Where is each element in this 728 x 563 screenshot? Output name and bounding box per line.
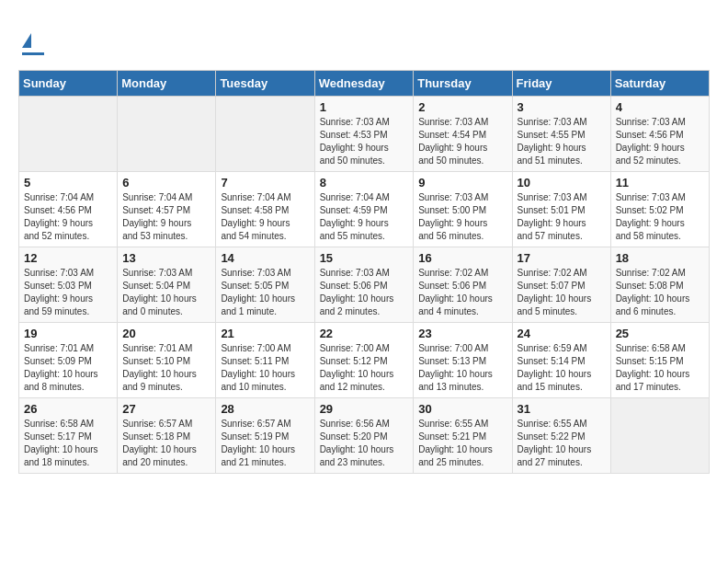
calendar-cell: 4Sunrise: 7:03 AM Sunset: 4:56 PM Daylig… <box>610 97 709 172</box>
calendar-cell: 6Sunrise: 7:04 AM Sunset: 4:57 PM Daylig… <box>118 172 216 247</box>
calendar-cell: 2Sunrise: 7:03 AM Sunset: 4:54 PM Daylig… <box>414 97 512 172</box>
calendar-cell <box>610 398 709 474</box>
day-info: Sunrise: 7:01 AM Sunset: 5:09 PM Dayligh… <box>24 342 112 394</box>
calendar-cell: 27Sunrise: 6:57 AM Sunset: 5:18 PM Dayli… <box>118 398 216 474</box>
day-info: Sunrise: 7:00 AM Sunset: 5:13 PM Dayligh… <box>418 342 506 394</box>
calendar-cell: 25Sunrise: 6:58 AM Sunset: 5:15 PM Dayli… <box>610 323 709 398</box>
day-number: 19 <box>24 327 112 340</box>
calendar-cell: 14Sunrise: 7:03 AM Sunset: 5:05 PM Dayli… <box>216 247 314 323</box>
calendar-cell: 16Sunrise: 7:02 AM Sunset: 5:06 PM Dayli… <box>414 247 512 323</box>
weekday-header-monday: Monday <box>118 71 216 97</box>
day-number: 15 <box>320 251 409 265</box>
day-number: 27 <box>122 402 210 416</box>
day-info: Sunrise: 6:56 AM Sunset: 5:20 PM Dayligh… <box>320 418 409 469</box>
day-number: 24 <box>518 327 606 340</box>
day-info: Sunrise: 7:03 AM Sunset: 5:00 PM Dayligh… <box>418 191 506 243</box>
day-number: 7 <box>221 176 309 190</box>
day-number: 5 <box>24 176 112 190</box>
day-info: Sunrise: 6:58 AM Sunset: 5:17 PM Dayligh… <box>24 418 112 469</box>
calendar-cell: 11Sunrise: 7:03 AM Sunset: 5:02 PM Dayli… <box>610 172 709 247</box>
day-number: 22 <box>320 327 409 340</box>
day-info: Sunrise: 7:03 AM Sunset: 5:01 PM Dayligh… <box>518 191 606 243</box>
calendar-cell: 17Sunrise: 7:02 AM Sunset: 5:07 PM Dayli… <box>512 247 610 323</box>
day-info: Sunrise: 6:58 AM Sunset: 5:15 PM Dayligh… <box>616 342 704 394</box>
day-number: 17 <box>518 251 606 265</box>
day-info: Sunrise: 7:03 AM Sunset: 5:04 PM Dayligh… <box>122 267 210 318</box>
day-info: Sunrise: 7:03 AM Sunset: 4:55 PM Dayligh… <box>518 116 606 167</box>
calendar-cell: 20Sunrise: 7:01 AM Sunset: 5:10 PM Dayli… <box>118 323 216 398</box>
day-info: Sunrise: 7:03 AM Sunset: 5:05 PM Dayligh… <box>221 267 309 318</box>
day-number: 8 <box>320 176 409 190</box>
day-info: Sunrise: 6:57 AM Sunset: 5:18 PM Dayligh… <box>122 418 210 469</box>
day-info: Sunrise: 7:00 AM Sunset: 5:11 PM Dayligh… <box>221 342 309 394</box>
calendar-cell: 13Sunrise: 7:03 AM Sunset: 5:04 PM Dayli… <box>118 247 216 323</box>
day-number: 10 <box>518 176 606 190</box>
day-info: Sunrise: 7:04 AM Sunset: 4:59 PM Dayligh… <box>320 191 409 243</box>
day-number: 26 <box>24 402 112 416</box>
weekday-header-sunday: Sunday <box>19 71 118 97</box>
weekday-header-friday: Friday <box>512 71 610 97</box>
day-number: 1 <box>320 100 409 114</box>
day-number: 28 <box>221 402 309 416</box>
calendar-header-row: SundayMondayTuesdayWednesdayThursdayFrid… <box>19 71 710 97</box>
day-info: Sunrise: 7:02 AM Sunset: 5:06 PM Dayligh… <box>418 267 506 318</box>
day-number: 29 <box>320 402 409 416</box>
day-info: Sunrise: 7:00 AM Sunset: 5:12 PM Dayligh… <box>320 342 409 394</box>
day-number: 21 <box>221 327 309 340</box>
day-number: 2 <box>418 100 506 114</box>
calendar-cell: 29Sunrise: 6:56 AM Sunset: 5:20 PM Dayli… <box>314 398 414 474</box>
calendar-week-row: 19Sunrise: 7:01 AM Sunset: 5:09 PM Dayli… <box>19 323 710 398</box>
day-info: Sunrise: 7:03 AM Sunset: 4:56 PM Dayligh… <box>616 116 704 167</box>
day-info: Sunrise: 7:01 AM Sunset: 5:10 PM Dayligh… <box>122 342 210 394</box>
day-number: 31 <box>518 402 606 416</box>
calendar-week-row: 5Sunrise: 7:04 AM Sunset: 4:56 PM Daylig… <box>19 172 710 247</box>
day-number: 4 <box>616 100 704 114</box>
day-number: 13 <box>122 251 210 265</box>
day-number: 11 <box>616 176 704 190</box>
calendar-cell: 18Sunrise: 7:02 AM Sunset: 5:08 PM Dayli… <box>610 247 709 323</box>
day-info: Sunrise: 6:57 AM Sunset: 5:19 PM Dayligh… <box>221 418 309 469</box>
day-number: 3 <box>518 100 606 114</box>
day-number: 23 <box>418 327 506 340</box>
weekday-header-saturday: Saturday <box>610 71 709 97</box>
calendar-cell: 26Sunrise: 6:58 AM Sunset: 5:17 PM Dayli… <box>19 398 118 474</box>
calendar-cell: 23Sunrise: 7:00 AM Sunset: 5:13 PM Dayli… <box>414 323 512 398</box>
calendar-table: SundayMondayTuesdayWednesdayThursdayFrid… <box>18 70 710 474</box>
day-number: 25 <box>616 327 704 340</box>
calendar-cell <box>118 97 216 172</box>
calendar-cell: 15Sunrise: 7:03 AM Sunset: 5:06 PM Dayli… <box>314 247 414 323</box>
calendar-cell: 22Sunrise: 7:00 AM Sunset: 5:12 PM Dayli… <box>314 323 414 398</box>
day-info: Sunrise: 7:03 AM Sunset: 5:03 PM Dayligh… <box>24 267 112 318</box>
calendar-cell: 10Sunrise: 7:03 AM Sunset: 5:01 PM Dayli… <box>512 172 610 247</box>
day-number: 16 <box>418 251 506 265</box>
calendar-cell: 19Sunrise: 7:01 AM Sunset: 5:09 PM Dayli… <box>19 323 118 398</box>
day-info: Sunrise: 7:03 AM Sunset: 4:53 PM Dayligh… <box>320 116 409 167</box>
calendar-cell: 12Sunrise: 7:03 AM Sunset: 5:03 PM Dayli… <box>19 247 118 323</box>
weekday-header-thursday: Thursday <box>414 71 512 97</box>
calendar-cell <box>19 97 118 172</box>
calendar-cell: 24Sunrise: 6:59 AM Sunset: 5:14 PM Dayli… <box>512 323 610 398</box>
day-number: 12 <box>24 251 112 265</box>
logo <box>18 18 44 55</box>
calendar-cell: 5Sunrise: 7:04 AM Sunset: 4:56 PM Daylig… <box>19 172 118 247</box>
day-info: Sunrise: 7:04 AM Sunset: 4:57 PM Dayligh… <box>122 191 210 243</box>
weekday-header-wednesday: Wednesday <box>314 71 414 97</box>
day-info: Sunrise: 6:55 AM Sunset: 5:22 PM Dayligh… <box>518 418 606 469</box>
day-number: 6 <box>122 176 210 190</box>
calendar-cell: 9Sunrise: 7:03 AM Sunset: 5:00 PM Daylig… <box>414 172 512 247</box>
day-number: 9 <box>418 176 506 190</box>
day-info: Sunrise: 7:04 AM Sunset: 4:58 PM Dayligh… <box>221 191 309 243</box>
page-header <box>18 18 710 55</box>
calendar-cell: 28Sunrise: 6:57 AM Sunset: 5:19 PM Dayli… <box>216 398 314 474</box>
calendar-cell: 3Sunrise: 7:03 AM Sunset: 4:55 PM Daylig… <box>512 97 610 172</box>
day-info: Sunrise: 7:03 AM Sunset: 5:06 PM Dayligh… <box>320 267 409 318</box>
calendar-cell: 1Sunrise: 7:03 AM Sunset: 4:53 PM Daylig… <box>314 97 414 172</box>
day-number: 14 <box>221 251 309 265</box>
calendar-cell <box>216 97 314 172</box>
calendar-cell: 31Sunrise: 6:55 AM Sunset: 5:22 PM Dayli… <box>512 398 610 474</box>
day-info: Sunrise: 6:55 AM Sunset: 5:21 PM Dayligh… <box>418 418 506 469</box>
day-info: Sunrise: 6:59 AM Sunset: 5:14 PM Dayligh… <box>518 342 606 394</box>
calendar-cell: 7Sunrise: 7:04 AM Sunset: 4:58 PM Daylig… <box>216 172 314 247</box>
day-info: Sunrise: 7:02 AM Sunset: 5:07 PM Dayligh… <box>518 267 606 318</box>
calendar-week-row: 26Sunrise: 6:58 AM Sunset: 5:17 PM Dayli… <box>19 398 710 474</box>
